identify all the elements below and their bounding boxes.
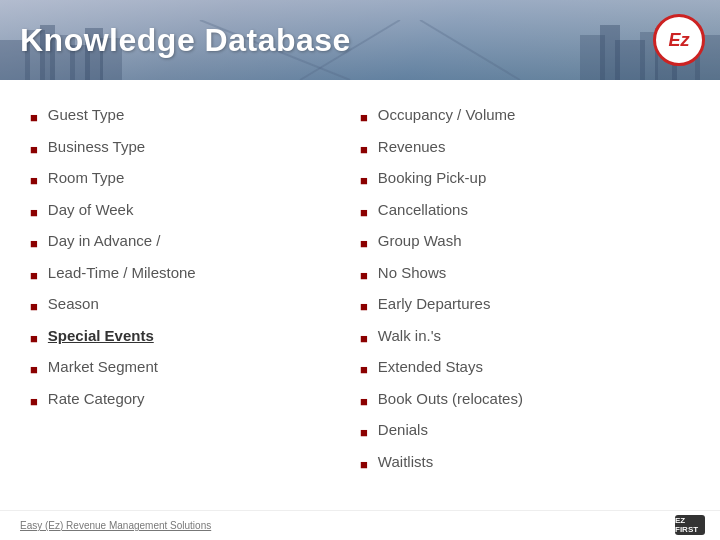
bullet-icon: ■ (360, 423, 368, 443)
item-label-group-wash: Group Wash (378, 230, 462, 253)
right-item-revenues: ■Revenues (360, 132, 690, 164)
bullet-icon: ■ (30, 266, 38, 286)
footer-logo: EZ FIRST (675, 515, 705, 535)
logo-area: Ez (653, 14, 705, 66)
bullet-icon: ■ (360, 234, 368, 254)
bullet-icon: ■ (30, 297, 38, 317)
main-content: ■Guest Type■Business Type■Room Type■Day … (0, 80, 720, 510)
header: Knowledge Database Ez (0, 0, 720, 80)
footer: Easy (Ez) Revenue Management Solutions E… (0, 510, 720, 540)
item-label-no-shows: No Shows (378, 262, 446, 285)
svg-line-16 (420, 20, 520, 80)
item-label-day-in-advance: Day in Advance / (48, 230, 161, 253)
right-item-book-outs: ■Book Outs (relocates) (360, 384, 690, 416)
left-item-business-type: ■Business Type (30, 132, 360, 164)
right-item-booking-pickup: ■Booking Pick-up (360, 163, 690, 195)
left-item-rate-category: ■Rate Category (30, 384, 360, 416)
left-item-market-segment: ■Market Segment (30, 352, 360, 384)
right-item-waitlists: ■Waitlists (360, 447, 690, 479)
bullet-icon: ■ (360, 171, 368, 191)
item-label-room-type: Room Type (48, 167, 124, 190)
item-label-guest-type: Guest Type (48, 104, 124, 127)
left-item-special-events: ■Special Events (30, 321, 360, 353)
item-label-day-of-week: Day of Week (48, 199, 134, 222)
right-item-early-departures: ■Early Departures (360, 289, 690, 321)
item-label-season: Season (48, 293, 99, 316)
left-item-day-of-week: ■Day of Week (30, 195, 360, 227)
bullet-icon: ■ (360, 329, 368, 349)
right-item-no-shows: ■No Shows (360, 258, 690, 290)
right-column: ■Occupancy / Volume■Revenues■Booking Pic… (360, 100, 690, 500)
footer-logo-text: EZ FIRST (675, 516, 705, 534)
bullet-icon: ■ (30, 108, 38, 128)
right-item-walk-ins: ■Walk in.'s (360, 321, 690, 353)
item-label-special-events: Special Events (48, 325, 154, 348)
item-label-rate-category: Rate Category (48, 388, 145, 411)
bullet-icon: ■ (30, 171, 38, 191)
right-item-denials: ■Denials (360, 415, 690, 447)
bullet-icon: ■ (360, 360, 368, 380)
bullet-icon: ■ (360, 297, 368, 317)
bullet-icon: ■ (360, 203, 368, 223)
left-item-day-in-advance: ■Day in Advance / (30, 226, 360, 258)
item-label-market-segment: Market Segment (48, 356, 158, 379)
left-item-room-type: ■Room Type (30, 163, 360, 195)
item-label-lead-time: Lead-Time / Milestone (48, 262, 196, 285)
item-label-denials: Denials (378, 419, 428, 442)
item-label-waitlists: Waitlists (378, 451, 433, 474)
bullet-icon: ■ (30, 329, 38, 349)
item-label-business-type: Business Type (48, 136, 145, 159)
bullet-icon: ■ (30, 140, 38, 160)
company-logo: Ez (653, 14, 705, 66)
bullet-icon: ■ (30, 203, 38, 223)
right-item-cancellations: ■Cancellations (360, 195, 690, 227)
item-label-early-departures: Early Departures (378, 293, 491, 316)
bullet-icon: ■ (30, 234, 38, 254)
bullet-icon: ■ (360, 266, 368, 286)
item-label-walk-ins: Walk in.'s (378, 325, 441, 348)
item-label-booking-pickup: Booking Pick-up (378, 167, 486, 190)
left-column: ■Guest Type■Business Type■Room Type■Day … (30, 100, 360, 500)
left-item-season: ■Season (30, 289, 360, 321)
right-item-group-wash: ■Group Wash (360, 226, 690, 258)
bullet-icon: ■ (360, 108, 368, 128)
bullet-icon: ■ (360, 140, 368, 160)
bullet-icon: ■ (360, 392, 368, 412)
item-label-occupancy-volume: Occupancy / Volume (378, 104, 516, 127)
bullet-icon: ■ (360, 455, 368, 475)
item-label-book-outs: Book Outs (relocates) (378, 388, 523, 411)
footer-text: Easy (Ez) Revenue Management Solutions (20, 520, 211, 531)
bullet-icon: ■ (30, 392, 38, 412)
item-label-extended-stays: Extended Stays (378, 356, 483, 379)
left-item-lead-time: ■Lead-Time / Milestone (30, 258, 360, 290)
right-item-extended-stays: ■Extended Stays (360, 352, 690, 384)
left-item-guest-type: ■Guest Type (30, 100, 360, 132)
item-label-revenues: Revenues (378, 136, 446, 159)
bullet-icon: ■ (30, 360, 38, 380)
page-title: Knowledge Database (20, 22, 351, 59)
right-item-occupancy-volume: ■Occupancy / Volume (360, 100, 690, 132)
item-label-cancellations: Cancellations (378, 199, 468, 222)
